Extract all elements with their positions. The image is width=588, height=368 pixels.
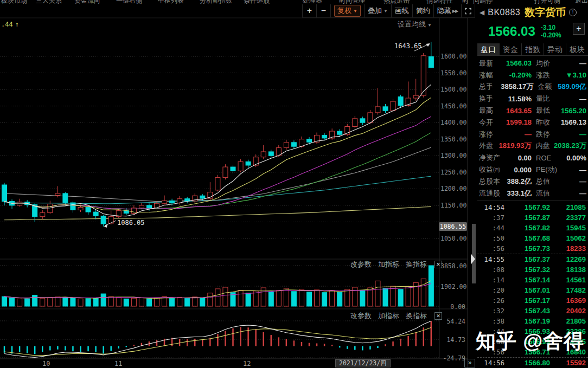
high-annotation: 1643.65 xyxy=(394,42,422,50)
quote-row: 收益㈣ 0.000 PE(动) — xyxy=(477,164,588,176)
ma-settings-button[interactable]: 设置均线▼ xyxy=(398,20,432,29)
adjust-price-button[interactable]: 复权▼ xyxy=(330,4,364,17)
quote-label: ROE xyxy=(536,154,561,162)
close-icon[interactable]: ✕ xyxy=(434,261,442,268)
expand-bottom-button[interactable]: » xyxy=(464,359,475,367)
top-menu-item[interactable]: 分析师指数 xyxy=(200,0,232,4)
change-params-button[interactable]: 改参数 xyxy=(350,260,372,269)
watermark: 知乎 @舍得 xyxy=(476,328,584,355)
quote-label: 最高 xyxy=(479,106,506,115)
symbol-code: BK0883 xyxy=(488,8,520,17)
quote-panel: ◀ BK0883 数字货币 ! 1566.03 -3.10 -0.20% + 盘… xyxy=(477,0,588,368)
tape-price: 1567.32 xyxy=(504,266,553,274)
quote-label: 跌停 xyxy=(536,130,561,139)
top-menu-item[interactable]: 退出 xyxy=(575,0,588,4)
symbol-name: 数字货币 xyxy=(525,5,566,20)
tape-volume: 17482 xyxy=(553,286,586,294)
quote-value: 1566.03 xyxy=(506,59,532,67)
tape-time: :08 xyxy=(480,266,504,274)
top-menu-item[interactable]: 情绪特性 xyxy=(427,0,453,4)
low-annotation: 1086.05 xyxy=(117,219,145,227)
tape-volume: 21085 xyxy=(553,203,586,211)
tape-price: 1566.80 xyxy=(504,359,553,367)
panel-tabs: 盘口 资金 指数 异动 板块 xyxy=(477,43,588,56)
top-menu-item[interactable]: 打开可测 xyxy=(534,0,560,4)
tape-row: :44 1567.82 15945 xyxy=(477,223,588,233)
info-icon[interactable]: ! xyxy=(569,9,577,16)
quote-row: 外盘 1819.93万 内盘 2038.23万 xyxy=(477,140,588,152)
tape-row: :32 1567.43 20402 xyxy=(477,306,588,316)
top-menu-item[interactable]: 时 xyxy=(462,0,469,4)
add-watchlist-button[interactable]: + xyxy=(573,23,585,35)
switch-indicator-button[interactable]: 换指标 xyxy=(406,260,427,269)
change-value: -3.10 xyxy=(541,24,561,31)
change-percent: -0.20% xyxy=(541,31,561,39)
tape-price: 1567.43 xyxy=(504,307,553,315)
tape-price: 1567.19 xyxy=(504,317,553,325)
tape-price: 1567.01 xyxy=(504,286,553,294)
fullscreen-button[interactable] xyxy=(461,4,475,17)
top-menu-item[interactable]: 中枢列表 xyxy=(158,0,184,4)
last-price: 1566.03 xyxy=(488,24,535,39)
quote-row: 流通股 333.1亿 流值 — xyxy=(477,188,588,199)
quote-value: 1569.13 xyxy=(561,118,586,126)
tape-time: :32 xyxy=(480,307,504,315)
draw-line-button[interactable]: 画线 xyxy=(391,4,412,17)
caret-down-icon: ▼ xyxy=(384,9,388,14)
quote-label: 金额 xyxy=(538,82,558,92)
hide-button[interactable]: 隐藏▶▶ xyxy=(433,4,461,17)
quote-label: 流值 xyxy=(536,189,561,198)
tape-price: 1567.14 xyxy=(504,276,553,284)
tape-row: 14:56 1566.80 15592 xyxy=(477,357,588,367)
top-menu-item[interactable]: 三大关系 xyxy=(36,0,62,4)
axis-label: 1400.00 xyxy=(440,119,465,126)
tape-volume: 16369 xyxy=(553,296,586,305)
back-icon[interactable]: ◀ xyxy=(480,9,484,16)
caret-down-icon: ▼ xyxy=(427,23,432,28)
tab-zijin[interactable]: 资金 xyxy=(499,43,521,55)
tape-row: :20 1567.01 17482 xyxy=(477,285,588,295)
chart-toolbar: + − 复权▼ 叠加▼ 画线 简约 隐藏▶▶ xyxy=(302,4,475,18)
tape-row: :37 1567.87 23377 xyxy=(477,212,588,223)
quote-label: 昨收 xyxy=(536,118,561,127)
top-menu-item[interactable]: 一键右侧 xyxy=(116,0,142,4)
tab-zhishu[interactable]: 指数 xyxy=(521,43,544,55)
top-menu-item[interactable]: 时间管理 xyxy=(339,0,365,4)
up-arrow-icon: ↑ xyxy=(15,21,19,28)
quote-label: 收益㈣ xyxy=(479,165,506,175)
simple-mode-button[interactable]: 简约 xyxy=(412,4,433,17)
tape-row: 14:55 1567.37 12269 xyxy=(477,254,588,264)
quote-value: ▼3.10 xyxy=(561,71,586,79)
price-change: -3.10 -0.20% xyxy=(541,24,561,39)
tab-bankuai[interactable]: 板块 xyxy=(566,43,588,55)
tab-yidong[interactable]: 异动 xyxy=(544,43,566,55)
tape-time: 14:54 xyxy=(480,203,504,211)
top-menu-item[interactable]: 资金流向 xyxy=(74,0,100,4)
axis-label: 1050.00 xyxy=(440,235,465,242)
axis-label: 14.73 xyxy=(440,336,465,344)
switch-indicator-button[interactable]: 换指标 xyxy=(406,311,427,321)
top-menu-item[interactable]: 问题停 xyxy=(473,0,493,4)
change-params-button[interactable]: 改参数 xyxy=(350,311,372,321)
tab-pankou[interactable]: 盘口 xyxy=(477,43,499,55)
add-indicator-button[interactable]: 加指标 xyxy=(378,311,399,321)
quote-label: 均价 xyxy=(536,59,561,68)
zoom-in-button[interactable]: + xyxy=(302,4,316,17)
caret-down-icon: ▼ xyxy=(353,9,357,14)
close-icon[interactable]: ✕ xyxy=(434,312,442,320)
quote-row: 总手 3858.17万 金额 589.09亿 xyxy=(477,81,588,93)
quote-label: 最新 xyxy=(479,59,506,68)
quote-label: 涨幅 xyxy=(479,70,506,80)
top-menu-item[interactable]: 条件选股 xyxy=(244,0,270,4)
panel-collapse-handle[interactable] xyxy=(471,254,475,264)
top-menu-item[interactable]: 处理器 xyxy=(303,0,322,4)
tape-time: :44 xyxy=(480,224,504,232)
top-menu-item[interactable]: 热点追击 xyxy=(384,0,410,4)
quote-grid: 最新 1566.03 均价 — 涨幅 -0.20% 涨跌 ▼3.10 总手 38… xyxy=(477,57,588,199)
add-indicator-button[interactable]: 加指标 xyxy=(378,260,399,269)
zoom-out-button[interactable]: − xyxy=(316,4,330,17)
quote-value: 589.09亿 xyxy=(558,82,586,92)
top-menu-item[interactable]: 板块市场 xyxy=(1,0,27,4)
overlay-button[interactable]: 叠加▼ xyxy=(364,4,391,17)
divider xyxy=(477,201,588,201)
